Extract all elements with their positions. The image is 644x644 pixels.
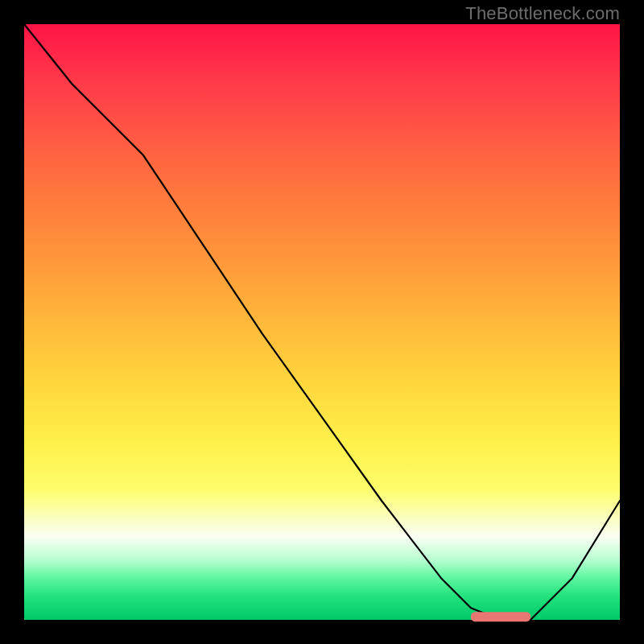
watermark-text: TheBottleneck.com [465,3,620,24]
chart-frame: TheBottleneck.com [0,0,644,644]
plot-svg [24,24,620,620]
curve-line [24,24,620,620]
marker-segment [471,612,530,621]
plot-area [24,24,620,620]
